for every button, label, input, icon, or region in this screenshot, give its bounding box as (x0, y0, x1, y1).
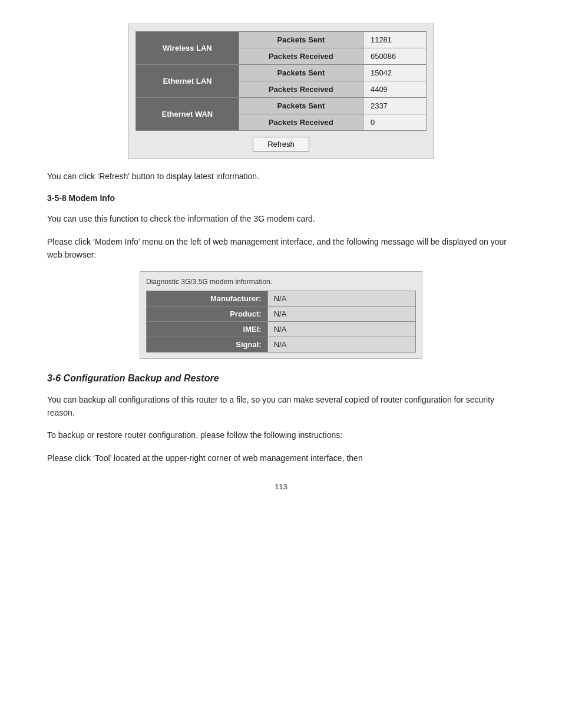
eth-lan-sent-value: 15042 (363, 65, 426, 81)
manufacturer-value: N/A (267, 291, 415, 306)
product-label: Product: (147, 306, 268, 321)
eth-lan-received-label: Packets Received (239, 81, 363, 98)
wireless-received-value: 650086 (363, 48, 426, 65)
modem-section-header: 3-5-8 Modem Info (47, 193, 515, 203)
wireless-sent-value: 11281 (363, 32, 426, 48)
eth-wan-sent-value: 2337 (363, 98, 426, 114)
config-description2: To backup or restore router configuratio… (47, 429, 515, 442)
refresh-description: You can click ‘Refresh’ button to displa… (47, 170, 515, 183)
eth-lan-received-value: 4409 (363, 81, 426, 98)
packet-stats-panel: Wireless LAN Packets Sent 11281 Packets … (128, 24, 434, 159)
table-row: Signal: N/A (147, 337, 416, 352)
manufacturer-label: Manufacturer: (147, 291, 268, 306)
eth-wan-received-label: Packets Received (239, 114, 363, 131)
modem-info-panel: Diagnostic 3G/3.5G modem information. Ma… (140, 271, 422, 359)
table-row: IMEI: N/A (147, 321, 416, 337)
table-row: Ethernet LAN Packets Sent 15042 (136, 65, 427, 81)
config-section-header: 3-6 Configuration Backup and Restore (47, 373, 515, 384)
modem-description2: Please click ‘Modem Info’ menu on the le… (47, 235, 515, 262)
ethernet-wan-label: Ethernet WAN (136, 98, 239, 131)
imei-label: IMEI: (147, 321, 268, 337)
modem-info-table: Manufacturer: N/A Product: N/A IMEI: N/A… (146, 291, 416, 353)
config-description3: Please click ‘Tool’ located at the upper… (47, 452, 515, 465)
ethernet-lan-label: Ethernet LAN (136, 65, 239, 98)
page-number: 113 (47, 482, 515, 491)
config-description1: You can backup all configurations of thi… (47, 393, 515, 420)
eth-wan-sent-label: Packets Sent (239, 98, 363, 114)
refresh-row: Refresh (135, 137, 427, 151)
eth-wan-received-value: 0 (363, 114, 426, 131)
table-row: Product: N/A (147, 306, 416, 321)
table-row: Manufacturer: N/A (147, 291, 416, 306)
refresh-button[interactable]: Refresh (253, 137, 309, 151)
modem-table-header: Diagnostic 3G/3.5G modem information. (146, 278, 416, 286)
table-row: Ethernet WAN Packets Sent 2337 (136, 98, 427, 114)
imei-value: N/A (267, 321, 415, 337)
wireless-received-label: Packets Received (239, 48, 363, 65)
packet-stats-table: Wireless LAN Packets Sent 11281 Packets … (135, 31, 427, 131)
modem-description1: You can use this function to check the i… (47, 212, 515, 225)
wireless-lan-label: Wireless LAN (136, 32, 239, 65)
signal-value: N/A (267, 337, 415, 352)
wireless-sent-label: Packets Sent (239, 32, 363, 48)
signal-label: Signal: (147, 337, 268, 352)
eth-lan-sent-label: Packets Sent (239, 65, 363, 81)
product-value: N/A (267, 306, 415, 321)
table-row: Wireless LAN Packets Sent 11281 (136, 32, 427, 48)
